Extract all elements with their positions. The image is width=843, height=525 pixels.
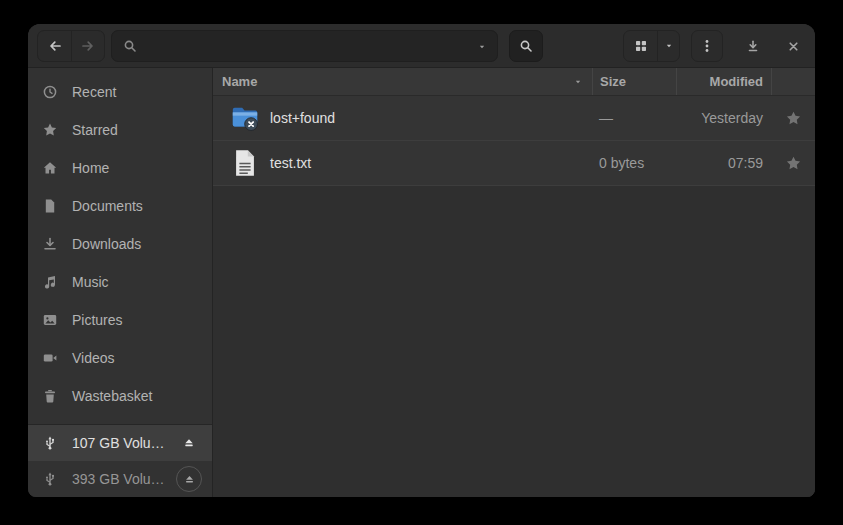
usb-drive-icon [42, 435, 58, 451]
sidebar-item-videos[interactable]: Videos [28, 339, 212, 377]
screen: Recent Starred Home Documents Downloads [0, 0, 843, 525]
sidebar-item-label: Videos [72, 350, 115, 366]
sidebar-item-label: Recent [72, 84, 116, 100]
star-toggle[interactable] [771, 141, 815, 185]
back-button[interactable] [38, 31, 71, 61]
video-camera-icon [42, 350, 58, 366]
volume-label: 107 GB Volu… [72, 435, 176, 451]
star-icon [785, 155, 802, 172]
minimize-button[interactable] [739, 34, 767, 58]
sidebar-volume-107gb[interactable]: 107 GB Volu… [28, 425, 212, 461]
sidebar-spacer [28, 415, 212, 424]
sidebar-item-home[interactable]: Home [28, 149, 212, 187]
grid-view-button[interactable] [624, 31, 657, 61]
file-modified: 07:59 [676, 141, 771, 185]
volume-label: 393 GB Volu… [72, 471, 176, 487]
close-button[interactable] [779, 34, 807, 58]
location-search-entry[interactable] [111, 30, 498, 62]
eject-icon [183, 473, 196, 486]
sidebar-item-recent[interactable]: Recent [28, 73, 212, 111]
view-button-group [623, 30, 680, 62]
column-label: Size [600, 74, 626, 89]
file-name: test.txt [270, 155, 311, 171]
trash-icon [42, 388, 58, 404]
minimize-down-icon [745, 38, 761, 54]
sidebar-item-label: Wastebasket [72, 388, 152, 404]
grid-view-icon [633, 38, 649, 54]
sidebar-volume-393gb[interactable]: 393 GB Volu… [28, 461, 212, 497]
sidebar-item-music[interactable]: Music [28, 263, 212, 301]
forward-button[interactable] [71, 31, 104, 61]
nav-button-group [37, 30, 105, 62]
kebab-menu-icon [699, 38, 715, 54]
usb-drive-icon [42, 471, 58, 487]
file-modified: Yesterday [676, 96, 771, 140]
file-list-pane: Name Size Modified [213, 68, 815, 497]
column-label: Modified [710, 74, 763, 89]
text-file-icon [230, 148, 260, 178]
menu-button[interactable] [691, 30, 723, 62]
star-icon [42, 122, 58, 138]
location-input[interactable] [138, 38, 497, 54]
clock-icon [42, 84, 58, 100]
home-icon [42, 160, 58, 176]
files-window: Recent Starred Home Documents Downloads [28, 24, 815, 497]
sidebar-item-wastebasket[interactable]: Wastebasket [28, 377, 212, 415]
sidebar: Recent Starred Home Documents Downloads [28, 68, 213, 497]
sidebar-item-label: Home [72, 160, 109, 176]
column-label: Name [222, 74, 257, 89]
sidebar-item-label: Music [72, 274, 109, 290]
sidebar-item-pictures[interactable]: Pictures [28, 301, 212, 339]
file-row-test-txt[interactable]: test.txt 0 bytes 07:59 [213, 141, 815, 186]
sidebar-item-documents[interactable]: Documents [28, 187, 212, 225]
search-button[interactable] [509, 30, 543, 62]
sidebar-item-downloads[interactable]: Downloads [28, 225, 212, 263]
sidebar-item-label: Downloads [72, 236, 141, 252]
sidebar-item-starred[interactable]: Starred [28, 111, 212, 149]
eject-button[interactable] [176, 430, 202, 456]
download-icon [42, 236, 58, 252]
eject-button[interactable] [176, 466, 202, 492]
column-header-size[interactable]: Size [592, 68, 676, 95]
music-note-icon [42, 274, 58, 290]
sidebar-item-label: Pictures [72, 312, 123, 328]
close-x-icon [786, 39, 801, 54]
column-header-modified[interactable]: Modified [676, 68, 771, 95]
column-header-name[interactable]: Name [213, 68, 592, 95]
headerbar [28, 24, 815, 68]
picture-icon [42, 312, 58, 328]
window-body: Recent Starred Home Documents Downloads [28, 68, 815, 497]
star-icon [785, 110, 802, 127]
folder-no-access-icon [230, 103, 260, 133]
file-size: 0 bytes [592, 141, 676, 185]
file-name: lost+found [270, 110, 335, 126]
arrow-left-icon [47, 38, 63, 54]
arrow-right-icon [80, 38, 96, 54]
sort-descending-icon [572, 77, 584, 87]
file-row-lost-found[interactable]: lost+found — Yesterday [213, 96, 815, 141]
caret-down-icon[interactable] [476, 42, 488, 52]
document-icon [42, 198, 58, 214]
empty-file-area[interactable] [213, 186, 815, 497]
sidebar-item-label: Starred [72, 122, 118, 138]
view-options-button[interactable] [657, 31, 679, 61]
eject-icon [182, 436, 196, 450]
star-toggle[interactable] [771, 96, 815, 140]
caret-down-icon [663, 41, 675, 51]
file-size: — [592, 96, 676, 140]
column-header-star [771, 68, 815, 95]
sidebar-item-label: Documents [72, 198, 143, 214]
magnifier-icon [518, 38, 534, 54]
magnifier-icon [122, 38, 138, 54]
list-header: Name Size Modified [213, 68, 815, 96]
